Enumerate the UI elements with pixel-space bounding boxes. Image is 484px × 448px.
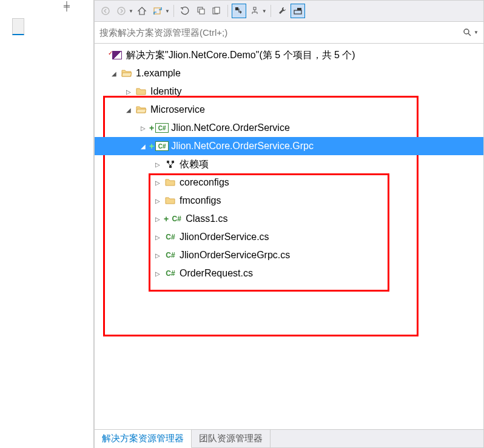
- expander-icon[interactable]: ◢: [109, 69, 119, 78]
- solution-icon: [110, 50, 124, 61]
- vertical-tab[interactable]: [12, 18, 24, 35]
- expander-icon[interactable]: ▷: [124, 87, 133, 96]
- expander-icon[interactable]: ▷: [138, 123, 148, 133]
- jlionorderservicegrpc-label: JlionOrderServiceGrpc.cs: [180, 250, 290, 261]
- csharp-file-icon: C#: [164, 268, 177, 279]
- collapse-icon: [196, 6, 206, 16]
- folder-example[interactable]: ◢ 1.example: [95, 64, 483, 82]
- collapse-button[interactable]: [193, 4, 208, 18]
- showall-button[interactable]: [209, 4, 224, 18]
- svg-rect-13: [167, 161, 169, 163]
- csharp-project-icon: C#: [155, 122, 169, 133]
- identity-label: Identity: [150, 86, 182, 97]
- preview-tab-button[interactable]: [291, 4, 305, 18]
- folder-microservice[interactable]: ◢ Microservice: [95, 101, 483, 119]
- forward-button[interactable]: [114, 4, 129, 18]
- expander-icon[interactable]: ◢: [124, 105, 133, 115]
- solution-explorer-panel: ▼ ▼ ▼: [94, 0, 484, 448]
- svg-rect-4: [200, 9, 204, 14]
- sync-icon: [153, 6, 163, 16]
- folder-identity[interactable]: ▷ Identity: [95, 82, 483, 101]
- folder-fmconfigs[interactable]: ▷ fmconfigs: [95, 192, 483, 210]
- file-class1[interactable]: ▷ + C# Class1.cs: [95, 210, 483, 228]
- csharp-file-icon: C#: [164, 250, 177, 261]
- preview-button[interactable]: [247, 4, 262, 18]
- jlionorderservice-label: JlionOrderService.cs: [180, 232, 269, 242]
- expander-icon[interactable]: ◢: [138, 141, 148, 151]
- svg-line-12: [468, 33, 471, 36]
- class1-label: Class1.cs: [186, 213, 227, 224]
- svg-rect-7: [235, 7, 238, 10]
- svg-point-0: [102, 7, 109, 15]
- expander-icon[interactable]: ▷: [153, 196, 163, 206]
- folder-open-icon: [135, 104, 148, 115]
- folder-icon: [164, 195, 177, 206]
- wrench-button[interactable]: [275, 4, 289, 18]
- drag-handle[interactable]: ╪: [61, 0, 73, 12]
- svg-line-16: [168, 163, 170, 165]
- folder-icon: [164, 177, 177, 188]
- toolbar: ▼ ▼ ▼: [95, 1, 483, 22]
- solution-label: 解决方案"Jlion.NetCore.Demo"(第 5 个项目，共 5 个): [126, 49, 355, 62]
- expander-icon[interactable]: ▷: [153, 250, 163, 260]
- expander-icon[interactable]: ▷: [153, 232, 163, 242]
- orderrequest-label: OrderRequest.cs: [180, 268, 253, 279]
- csharp-project-icon: C#: [155, 141, 169, 152]
- preview-dropdown[interactable]: ▼: [262, 8, 267, 14]
- folder-open-icon: [120, 68, 133, 79]
- svg-rect-15: [169, 165, 172, 168]
- properties-icon: [234, 6, 244, 16]
- expander-icon[interactable]: ▷: [153, 159, 163, 169]
- project-orderservice[interactable]: ▷ + C# Jlion.NetCore.OrderService: [95, 119, 483, 137]
- search-icon[interactable]: ▼: [463, 28, 479, 38]
- file-jlionorderservicegrpc[interactable]: ▷ C# JlionOrderServiceGrpc.cs: [95, 246, 483, 264]
- solution-tree: 解决方案"Jlion.NetCore.Demo"(第 5 个项目，共 5 个) …: [95, 44, 483, 429]
- new-icon: +: [149, 123, 154, 133]
- separator-2: [227, 5, 228, 17]
- sync-button[interactable]: [150, 4, 165, 18]
- file-jlionorderservice[interactable]: ▷ C# JlionOrderService.cs: [95, 228, 483, 246]
- showall-icon: [212, 6, 221, 16]
- svg-rect-9: [297, 8, 301, 10]
- svg-point-1: [118, 7, 125, 15]
- properties-button[interactable]: [232, 4, 246, 18]
- wrench-icon: [277, 6, 287, 16]
- search-input[interactable]: [99, 27, 463, 38]
- forward-icon: [117, 7, 126, 15]
- expander-icon[interactable]: ▷: [153, 178, 163, 187]
- svg-rect-8: [254, 7, 256, 10]
- preview-icon: [250, 6, 260, 16]
- fmconfigs-label: fmconfigs: [180, 195, 221, 206]
- left-panel: ╪: [0, 0, 94, 448]
- refresh-button[interactable]: [178, 4, 192, 18]
- svg-point-11: [464, 29, 469, 34]
- new-icon: +: [164, 214, 169, 224]
- expander-icon[interactable]: ▷: [153, 214, 163, 224]
- drag-icon: ╪: [64, 1, 70, 11]
- folder-icon: [135, 86, 148, 97]
- expander-icon[interactable]: ▷: [153, 269, 163, 278]
- orderservice-label: Jlion.NetCore.OrderService: [171, 122, 290, 133]
- sync-dropdown[interactable]: ▼: [165, 8, 170, 14]
- back-icon: [101, 7, 110, 15]
- coreconfigs-label: coreconfigs: [180, 177, 229, 188]
- dependencies-icon: [164, 159, 177, 170]
- svg-rect-10: [294, 10, 301, 14]
- solution-node[interactable]: 解决方案"Jlion.NetCore.Demo"(第 5 个项目，共 5 个): [95, 46, 483, 64]
- tab-solution-explorer[interactable]: 解决方案资源管理器: [95, 430, 192, 448]
- tab-team-explorer[interactable]: 团队资源管理器: [192, 430, 271, 447]
- svg-rect-14: [172, 161, 174, 163]
- separator-1: [173, 5, 174, 17]
- new-icon: +: [149, 141, 154, 151]
- refresh-icon: [180, 6, 190, 16]
- back-button[interactable]: [98, 4, 113, 18]
- file-orderrequest[interactable]: ▷ C# OrderRequest.cs: [95, 264, 483, 283]
- svg-rect-6: [215, 7, 220, 13]
- project-orderservice-grpc[interactable]: ◢ + C# Jlion.NetCore.OrderService.Grpc: [95, 137, 483, 155]
- svg-line-17: [170, 163, 173, 165]
- dependencies-node[interactable]: ▷ 依赖项: [95, 155, 483, 173]
- nav-dropdown[interactable]: ▼: [129, 8, 133, 14]
- separator-3: [271, 5, 271, 17]
- home-button[interactable]: [135, 4, 149, 18]
- folder-coreconfigs[interactable]: ▷ coreconfigs: [95, 173, 483, 192]
